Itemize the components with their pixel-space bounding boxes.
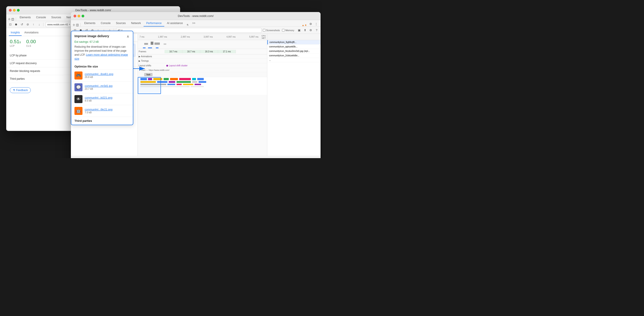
popup-file-icon-3: 🤖 (74, 107, 82, 115)
insight-lcp-request[interactable]: LCP request discovery (6, 59, 71, 67)
screenshots-checkbox-2[interactable]: Screenshots (263, 29, 280, 32)
tab-elements-2[interactable]: Elements (82, 20, 98, 26)
memory-checkbox-2[interactable]: Memory (282, 29, 294, 32)
popup-file-item-0: 🎮 communityI...8oq61.png 29.8 kB (71, 69, 133, 81)
bottom-tabs-2: Summary Bottom-up Call tree Event log (71, 156, 320, 158)
popup-close-button[interactable]: ∧ (126, 34, 130, 38)
clear-icon[interactable]: ⊘ (25, 22, 30, 27)
frame-cell-0: 16.7 ms (164, 50, 182, 53)
resource-item-0[interactable]: communityIcon_9yj66cjf8... (267, 40, 320, 44)
titlebar-2: DevTools - www.reddit.com/ (71, 12, 320, 20)
insight-items-list-1: LCP by phase LCP request discovery Rende… (6, 50, 71, 85)
help-icon[interactable]: ? (314, 28, 319, 33)
popup-header: Improve image delivery ∧ (71, 31, 133, 40)
devtools-top-tabs-2: ⊹ ◫ Elements Console Sources Network Per… (71, 20, 320, 27)
popup-title: Improve image delivery (74, 34, 126, 38)
ai-icon-2: ⚗ (186, 23, 190, 26)
ls-cluster-label: Layout shift cluster (169, 64, 188, 67)
tl2-main-label-row: ▼ Main — https://www.reddit.com/ (138, 68, 267, 72)
resource-item-3[interactable]: communityIcon_2cbkzwfs6kr... (267, 53, 320, 58)
bottom-tab-summary-2[interactable]: Summary (73, 157, 88, 158)
tl2-animations-row: ▶ Animations (138, 54, 267, 59)
download-icon[interactable]: ↓ (36, 22, 42, 27)
improve-image-delivery-popup: Improve image delivery ∧ Est savings: 67… (71, 31, 133, 125)
feedback-button-1[interactable]: ⚗ Feedback (10, 87, 31, 93)
window-title-2: DevTools - www.reddit.com/ (178, 14, 214, 17)
frames-label-2: Frames (138, 50, 164, 53)
tab-console-2[interactable]: Console (98, 20, 113, 26)
popup-file-icon-1: 💬 (74, 83, 82, 91)
popup-file-link-1[interactable]: communityI...mr3d1.jpg (85, 84, 130, 87)
reload-icon[interactable]: ↺ (19, 22, 24, 27)
cpu-net-chart (138, 40, 267, 49)
more-icon-2[interactable]: ⋮ (314, 21, 319, 26)
insights-tab-insights-1[interactable]: Insights (9, 30, 22, 36)
insights-tab-annotations-1[interactable]: Annotations (22, 30, 40, 36)
inspect-icon-2[interactable]: ◫ (76, 23, 79, 26)
flamegraph-2[interactable] (138, 77, 267, 95)
bottom-tab-calltree-2[interactable]: Call tree (107, 157, 122, 158)
main-url-label-2: ▼ Main — https://www.reddit.com/ (138, 69, 170, 71)
ls-dot-2 (166, 65, 168, 67)
maximize-button-2[interactable] (82, 15, 84, 17)
frame-cell-1: 16.7 ms (182, 50, 200, 53)
url-bar-2[interactable]: #2 ▾ (116, 28, 262, 33)
memory-check-2[interactable] (282, 29, 285, 32)
cursor-icon-2: ⊹ (73, 23, 75, 26)
settings-icon-2[interactable]: ⚙ (308, 21, 314, 26)
maximize-button-1[interactable] (17, 9, 20, 11)
tab-network-2[interactable]: Network (128, 20, 144, 26)
record-icon[interactable]: ⏺ (13, 22, 19, 27)
popup-file-size-3: 7.0 kB (85, 111, 130, 114)
popup-file-link-0[interactable]: communityI...8oq61.png (85, 73, 130, 76)
tab-ai-assistance-2[interactable]: AI assistance (164, 20, 186, 26)
memory-label-2: Memory (285, 29, 294, 32)
lcp-value: 0.51s (10, 39, 21, 44)
upload-icon[interactable]: ↑ (31, 22, 36, 27)
tl2-timings-row: ▶ Timings (138, 59, 267, 63)
timeline-ruler-2: 7 ms 1,997 ms 2,997 ms 3,997 ms 4,997 ms… (138, 34, 267, 40)
popup-file-item-1: 💬 communityI...mr3d1.jpg 23.7 kB (71, 81, 133, 93)
settings-icon-3[interactable]: ⚙ (308, 28, 314, 33)
screenshots-check-2[interactable] (263, 29, 266, 32)
popup-third-parties-label: Third parties (71, 117, 133, 125)
popup-file-link-2[interactable]: communityI...bj221.png (85, 96, 130, 99)
insight-third-parties[interactable]: Third parties (6, 75, 71, 83)
insight-render-blocking[interactable]: Render blocking requests (6, 67, 71, 75)
tab-sources-2[interactable]: Sources (113, 20, 128, 26)
insights-tabs-1: Insights Annotations (6, 28, 71, 36)
window-title-1: DevTools - www.reddit.com/ (75, 8, 111, 12)
cls-value: 0.00 (26, 39, 36, 44)
cpu-label: CPU (262, 35, 266, 37)
cpu-throttle-icon[interactable]: ▣ (296, 28, 302, 33)
popup-file-size-0: 29.8 kB (85, 76, 130, 78)
minimize-button-1[interactable] (13, 9, 16, 11)
resource-item-2[interactable]: communityIcon_hlczkoi3mr3d1.jpg (styl... (267, 49, 320, 53)
close-button-2[interactable] (74, 15, 76, 17)
popup-file-link-3[interactable]: communityI...6kr21.png (85, 108, 130, 111)
tab-elements-1[interactable]: Elements (17, 14, 34, 21)
inspect-icon[interactable]: ◫ (11, 17, 14, 21)
window-controls-2 (74, 15, 84, 17)
resource-item-1[interactable]: communityIcon_qqtvyeb0b... (267, 44, 320, 49)
bottom-tab-bottomup-2[interactable]: Bottom-up (90, 157, 106, 158)
resource-item-4[interactable]: ... (267, 58, 320, 62)
tab-performance-2[interactable]: Performance (144, 20, 164, 26)
minimize-button-2[interactable] (78, 15, 80, 17)
screenshots-label-2: Screenshots (266, 29, 280, 32)
task-label-2: Task (144, 73, 152, 76)
ruler-mark-4: 4,997 ms (220, 36, 242, 38)
animations-label-2: ▶ Animations (138, 55, 164, 58)
insight-lcp-phase[interactable]: LCP by phase (6, 52, 71, 59)
tab-console-1[interactable]: Console (34, 14, 48, 21)
net-label: NET (262, 37, 266, 39)
tab-sources-1[interactable]: Sources (48, 14, 64, 21)
timeline-area-2[interactable]: 7 ms 1,997 ms 2,997 ms 3,997 ms 4,997 ms… (138, 34, 267, 156)
tab-more-2[interactable]: >> (190, 20, 198, 26)
popup-file-size-1: 23.7 kB (85, 87, 130, 90)
network-throttle-icon[interactable]: ⬆ (302, 28, 308, 33)
bottom-tab-eventlog-2[interactable]: Event log (122, 157, 138, 158)
panel-toggle-icon[interactable]: ⊡ (8, 22, 13, 27)
ruler-mark-0: 7 ms (140, 36, 144, 38)
close-button-1[interactable] (9, 9, 12, 11)
